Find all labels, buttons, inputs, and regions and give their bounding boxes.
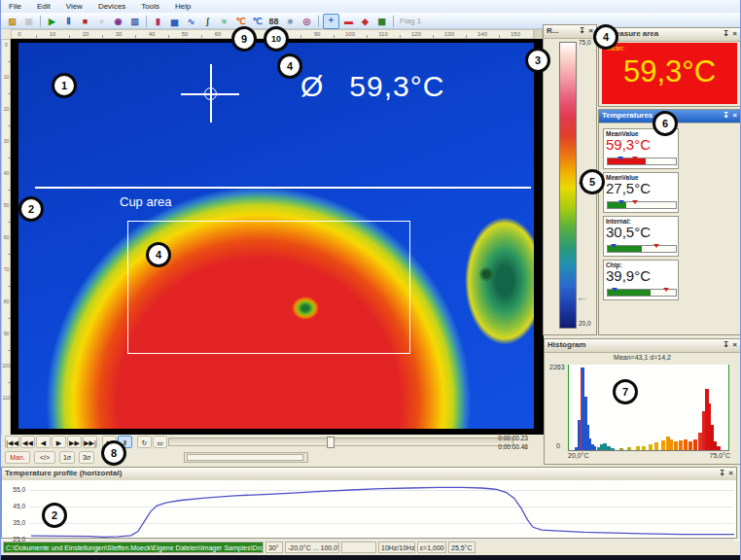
status-range: -20,0°C ... 100,0°C — [285, 542, 339, 553]
manual-scale-button[interactable]: Man. — [5, 451, 30, 464]
ruler-tick — [466, 35, 467, 38]
temperature-color-scale[interactable] — [559, 42, 577, 329]
panel-title: 1 measure area ↧× — [599, 28, 740, 42]
profile-line-chart — [2, 480, 736, 538]
ruler-label: 110 — [2, 395, 11, 401]
ruler-label: 0 — [2, 42, 11, 48]
ruler-label: 30 — [116, 31, 123, 37]
ruler-label: 0 — [18, 31, 20, 37]
menu-file[interactable]: File — [1, 0, 29, 13]
temperature-box-2[interactable]: Internal:30,5°C — [603, 216, 679, 257]
diameter-symbol: Ø — [300, 70, 324, 102]
menu-tools[interactable]: Tools — [133, 0, 167, 13]
close-icon[interactable]: × — [730, 110, 739, 122]
callout-2: 2 — [18, 196, 44, 222]
sigma1-scale-button[interactable]: 1σ — [59, 451, 75, 464]
open-icon[interactable]: ▨ — [5, 15, 19, 28]
record-icon[interactable]: ● — [94, 15, 109, 28]
diagram-view-icon[interactable]: ≈ — [217, 15, 231, 28]
freeze-icon[interactable]: ∗ — [283, 15, 298, 28]
menu-view[interactable]: View — [58, 0, 90, 13]
pin-icon[interactable]: ↧ — [578, 25, 586, 37]
histogram-view-icon[interactable]: ▅ — [167, 15, 182, 28]
save-icon[interactable]: ▣ — [21, 15, 36, 28]
copy-icon[interactable]: ▥ — [127, 15, 142, 28]
vertical-ruler: 0102030405060708090100110 — [1, 39, 11, 436]
ruler-label: 100 — [2, 363, 11, 368]
histogram-bar — [674, 441, 678, 450]
ruler-label: 60 — [2, 234, 11, 240]
thermal-image-frame: Ø59,3°C Cup area — [11, 39, 544, 435]
ruler-tick — [36, 35, 37, 38]
alarm-view-icon[interactable]: ▮ — [151, 15, 165, 28]
thermal-image[interactable]: Ø59,3°C Cup area — [18, 43, 534, 429]
close-icon[interactable]: × — [730, 28, 739, 40]
crosshair-icon[interactable] — [204, 88, 217, 100]
range-scrollbar[interactable] — [184, 452, 308, 463]
close-icon[interactable]: × — [726, 468, 735, 479]
temperature-box-1[interactable]: MeanValue27,5°C — [603, 172, 679, 213]
stop-icon[interactable]: ■ — [78, 15, 92, 28]
gauge-max-marker — [653, 244, 659, 248]
panel-title: Temperature profile (horizontal) ↧× — [2, 468, 736, 481]
pin-icon[interactable]: ↧ — [722, 110, 730, 122]
pin-icon[interactable]: ↧ — [718, 468, 726, 479]
menu-help[interactable]: Help — [167, 0, 198, 13]
hide-bar-icon[interactable]: ▬ — [341, 15, 356, 28]
measure-area-rect[interactable] — [127, 221, 410, 354]
scale-max-label: 75,0 — [579, 39, 591, 46]
pin-icon[interactable]: ↧ — [722, 339, 730, 351]
snapshot-icon[interactable]: ◉ — [111, 15, 125, 28]
temperature-box-3[interactable]: Chip:39,9°C — [603, 260, 679, 300]
temperatures-panel: Temperatures ↧× MeanValue59,3°CMeanValue… — [598, 109, 741, 335]
ruler-label: 90 — [314, 31, 321, 37]
callout-5: 5 — [580, 169, 605, 194]
callout-7: 7 — [613, 379, 638, 404]
callout-3: 3 — [525, 48, 550, 73]
status-file-path: C:\Dokumente und Einstellungen\Steffen.M… — [3, 542, 264, 553]
profile-view-icon[interactable]: ∿ — [184, 15, 198, 28]
scale-min-label: 20,0 — [579, 320, 591, 327]
close-icon[interactable]: × — [730, 339, 739, 351]
status-framerate: 10Hz/10Hz — [378, 542, 415, 553]
status-spare — [341, 542, 376, 553]
curve-view-icon[interactable]: ∫ — [200, 15, 215, 28]
ruler-label: 50 — [2, 202, 11, 208]
histogram-ymin: 0 — [556, 442, 560, 449]
ruler-label: 20 — [83, 31, 89, 37]
ruler-tick — [102, 35, 103, 38]
histogram-stats: Mean=43,1 d=14,2 — [545, 354, 740, 361]
menu-devices[interactable]: Devices — [90, 0, 133, 13]
ruler-label: 120 — [411, 31, 421, 37]
histogram-bar — [611, 448, 615, 450]
histogram-bar — [684, 439, 688, 450]
pan-tool-icon[interactable]: + — [323, 14, 339, 29]
measure-marker-icon[interactable]: ◎ — [300, 15, 314, 28]
menu-edit[interactable]: Edit — [29, 0, 58, 13]
minmax-scale-button[interactable]: </> — [34, 451, 55, 464]
profile-measure-line[interactable] — [35, 187, 531, 189]
temperature-value: 59,3°C — [604, 137, 678, 152]
status-emissivity: ε=1,000 — [417, 542, 446, 553]
pause-icon[interactable]: Ⅱ — [61, 15, 76, 28]
histogram-panel: Histogram ↧× Mean=43,1 d=14,2 2263 0 20,… — [544, 338, 741, 465]
alarm-temperature-display: Mean: 59,3°C — [602, 43, 737, 104]
callout-4: 4 — [146, 242, 171, 267]
temp-display-2-icon[interactable]: ℃ — [250, 15, 265, 28]
gauge-fill — [608, 158, 646, 164]
gauge-max-marker — [663, 288, 669, 292]
callout-10: 10 — [264, 26, 289, 52]
layout-grid-icon[interactable]: ▦ — [374, 15, 389, 28]
measure-area-panel: 1 measure area ↧× Mean: 59,3°C — [598, 27, 741, 107]
play-icon[interactable]: ▶ — [45, 15, 59, 28]
ruler-label: 40 — [2, 170, 11, 176]
profile-gridline — [29, 540, 734, 541]
profile-chart: 55,045,035,025,0 — [2, 480, 736, 538]
gauge-max-marker — [632, 200, 638, 204]
pin-icon[interactable]: ↧ — [722, 28, 730, 40]
measure-area-label: Cup area — [120, 194, 171, 209]
ruler-tick — [433, 35, 434, 38]
sigma3-scale-button[interactable]: 3σ — [79, 451, 94, 464]
range-scrollbar-thumb[interactable] — [187, 454, 303, 461]
palette-icon[interactable]: ◆ — [358, 15, 372, 28]
